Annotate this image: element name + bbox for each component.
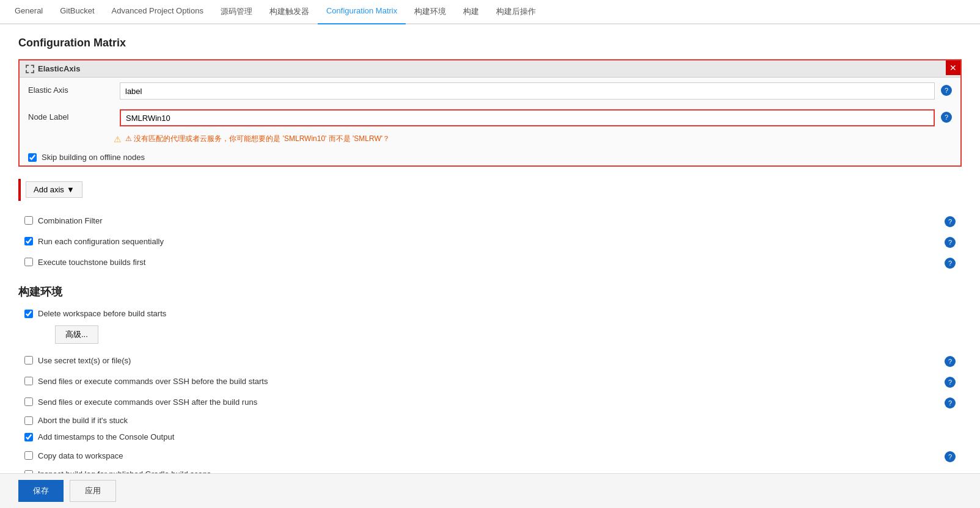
elastic-axis-box: ElasticAxis ✕ Elastic Axis ? Node Label … <box>18 59 962 167</box>
ssh-before-label: Send files or execute commands over SSH … <box>38 377 268 386</box>
elastic-axis-header: ElasticAxis ✕ <box>20 60 960 78</box>
abort-stuck-label: Abort the build if it's stuck <box>38 416 128 425</box>
tab-post-build[interactable]: 构建后操作 <box>488 0 544 24</box>
tab-triggers[interactable]: 构建触发器 <box>261 0 318 24</box>
advanced-btn-area: 高级... <box>18 322 962 350</box>
warning-text: ⚠ 没有匹配的代理或者云服务，你可能想要的是 'SMLRWin10' 而不是 '… <box>125 134 390 144</box>
drag-icon <box>26 65 34 73</box>
use-secret-help[interactable]: ? <box>945 356 956 367</box>
execute-touchstone-help[interactable]: ? <box>945 258 956 269</box>
warning-icon: ⚠ <box>114 134 122 144</box>
use-secret-label: Use secret text(s) or file(s) <box>38 356 131 365</box>
node-label-help-icon[interactable]: ? <box>941 112 952 123</box>
advanced-button[interactable]: 高级... <box>55 325 98 344</box>
tab-config-matrix[interactable]: Configuration Matrix <box>318 0 406 24</box>
tab-build[interactable]: 构建 <box>455 0 488 24</box>
close-button[interactable]: ✕ <box>946 60 960 75</box>
execute-touchstone-row: Execute touchstone builds first ? <box>18 252 962 272</box>
add-axis-area: Add axis ▼ <box>18 175 962 204</box>
delete-workspace-checkbox[interactable] <box>24 310 33 318</box>
warning-row: ⚠ ⚠ 没有匹配的代理或者云服务，你可能想要的是 'SMLRWin10' 而不是… <box>20 131 960 149</box>
timestamps-checkbox[interactable] <box>24 433 33 441</box>
tab-source[interactable]: 源码管理 <box>212 0 261 24</box>
ssh-before-help[interactable]: ? <box>945 377 956 388</box>
skip-offline-checkbox[interactable] <box>28 153 37 162</box>
skip-offline-row: Skip building on offline nodes <box>20 149 960 165</box>
build-env-title: 构建环境 <box>18 285 962 299</box>
tab-general[interactable]: General <box>6 0 51 24</box>
add-axis-button[interactable]: Add axis ▼ <box>26 181 82 198</box>
run-sequential-help[interactable]: ? <box>945 237 956 248</box>
execute-touchstone-checkbox[interactable] <box>24 258 33 266</box>
filter-section: Combination Filter ? Run each configurat… <box>18 210 962 272</box>
timestamps-row: Add timestamps to the Console Output <box>18 429 962 445</box>
elastic-axis-input[interactable] <box>120 82 935 100</box>
elastic-axis-row: Elastic Axis ? <box>20 78 960 104</box>
skip-offline-label: Skip building on offline nodes <box>42 153 145 162</box>
copy-workspace-label: Copy data to workspace <box>38 451 123 460</box>
elastic-axis-help-icon[interactable]: ? <box>941 85 952 96</box>
execute-touchstone-label: Execute touchstone builds first <box>38 258 145 267</box>
save-button[interactable]: 保存 <box>18 480 64 495</box>
use-secret-row: Use secret text(s) or file(s) ? <box>18 350 962 371</box>
ssh-after-help[interactable]: ? <box>945 397 956 408</box>
red-indicator <box>18 179 21 201</box>
elastic-axis-title: ElasticAxis <box>38 64 80 73</box>
use-secret-checkbox[interactable] <box>24 356 33 365</box>
page-title: Configuration Matrix <box>18 37 962 49</box>
combination-filter-label: Combination Filter <box>38 216 103 225</box>
ssh-before-row: Send files or execute commands over SSH … <box>18 371 962 391</box>
node-label-label: Node Label <box>28 109 114 122</box>
tab-bar: General GitBucket Advanced Project Optio… <box>0 0 980 24</box>
ssh-after-row: Send files or execute commands over SSH … <box>18 391 962 412</box>
main-content: Configuration Matrix ElasticAxis ✕ Elast… <box>0 24 980 495</box>
copy-workspace-checkbox[interactable] <box>24 451 33 460</box>
combination-filter-help[interactable]: ? <box>945 216 956 227</box>
ssh-after-checkbox[interactable] <box>24 397 33 406</box>
build-env-section: Delete workspace before build starts 高级.… <box>18 305 962 482</box>
apply-button[interactable]: 应用 <box>70 480 116 495</box>
combination-filter-row: Combination Filter ? <box>18 210 962 231</box>
run-sequential-row: Run each configuration sequentially ? <box>18 231 962 252</box>
delete-workspace-label: Delete workspace before build starts <box>38 309 166 318</box>
ssh-after-label: Send files or execute commands over SSH … <box>38 397 257 407</box>
abort-stuck-checkbox[interactable] <box>24 416 33 425</box>
tab-build-env[interactable]: 构建环境 <box>406 0 455 24</box>
copy-workspace-help[interactable]: ? <box>945 451 956 462</box>
bottom-bar: 保存 应用 <box>0 473 980 495</box>
tab-gitbucket[interactable]: GitBucket <box>51 0 103 24</box>
abort-stuck-row: Abort the build if it's stuck <box>18 412 962 429</box>
add-axis-dropdown-icon: ▼ <box>67 185 75 194</box>
ssh-before-checkbox[interactable] <box>24 377 33 385</box>
elastic-axis-label: Elastic Axis <box>28 82 114 95</box>
run-sequential-checkbox[interactable] <box>24 237 33 245</box>
delete-workspace-row: Delete workspace before build starts <box>18 305 962 322</box>
tab-advanced[interactable]: Advanced Project Options <box>103 0 212 24</box>
add-axis-label: Add axis <box>34 185 64 194</box>
run-sequential-label: Run each configuration sequentially <box>38 237 164 246</box>
copy-workspace-row: Copy data to workspace ? <box>18 445 962 466</box>
node-label-input[interactable] <box>120 109 935 126</box>
node-label-row: Node Label ? <box>20 104 960 131</box>
combination-filter-checkbox[interactable] <box>24 216 33 225</box>
timestamps-label: Add timestamps to the Console Output <box>38 432 174 441</box>
